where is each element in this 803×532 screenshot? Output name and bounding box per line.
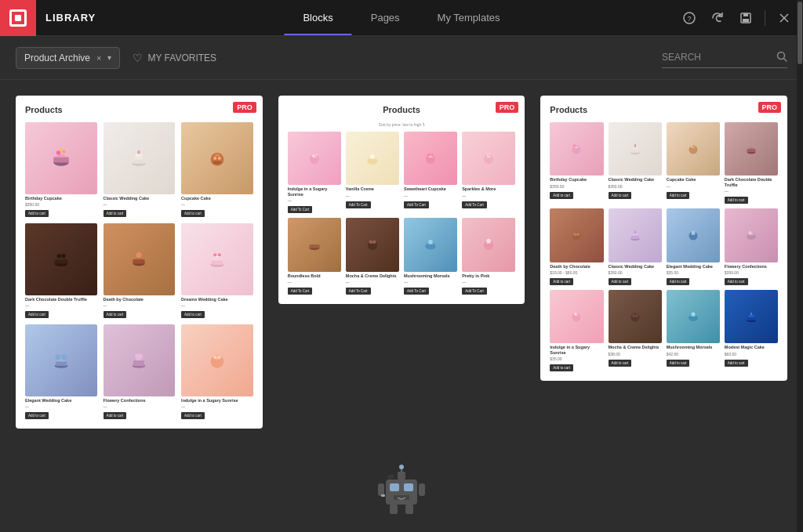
add-to-cart-btn[interactable]: Add to cart xyxy=(609,360,632,367)
svg-point-39 xyxy=(55,354,60,360)
add-to-cart-btn[interactable]: Add to cart xyxy=(725,278,748,285)
filter-arrow-icon[interactable]: ▾ xyxy=(107,53,111,62)
add-to-cart-btn[interactable]: Add to cart xyxy=(667,278,690,285)
product-price: — xyxy=(181,202,253,207)
tab-blocks[interactable]: Blocks xyxy=(284,0,351,35)
svg-point-13 xyxy=(60,149,62,151)
template-card-3[interactable]: PRO Products Birthday Cupcake $350.00 Ad… xyxy=(540,96,787,381)
add-to-cart-btn[interactable]: Add To Cart xyxy=(404,201,429,208)
product-image xyxy=(104,223,176,295)
add-to-cart-btn[interactable]: Add to cart xyxy=(667,192,690,199)
save-button[interactable] xyxy=(733,5,758,31)
search-icon[interactable] xyxy=(776,51,787,64)
add-to-cart-btn[interactable]: Add to cart xyxy=(104,412,127,419)
add-to-cart-btn[interactable]: Add to cart xyxy=(181,210,205,217)
svg-rect-17 xyxy=(136,154,142,156)
list-item: Classic Wedding Cake $350.00 Add to cart xyxy=(609,208,662,285)
add-to-cart-btn[interactable]: Add to cart xyxy=(609,278,632,285)
svg-rect-15 xyxy=(133,159,144,164)
tab-my-templates[interactable]: My Templates xyxy=(419,0,519,35)
svg-rect-31 xyxy=(212,260,223,265)
add-to-cart-btn[interactable]: Add To Cart xyxy=(288,288,313,295)
add-to-cart-btn[interactable]: Add to cart xyxy=(25,210,49,217)
svg-rect-113 xyxy=(387,474,394,480)
product-image xyxy=(609,290,662,343)
add-to-cart-btn[interactable]: Add to cart xyxy=(725,197,748,204)
add-to-cart-btn[interactable]: Add To Cart xyxy=(346,288,371,295)
svg-point-89 xyxy=(748,231,751,234)
add-to-cart-btn[interactable]: Add To Cart xyxy=(462,288,487,295)
svg-point-11 xyxy=(56,150,60,155)
template-card-2[interactable]: PRO Products Sort by price: low to high … xyxy=(278,96,525,304)
add-to-cart-btn[interactable]: Add to cart xyxy=(104,311,127,318)
product-image xyxy=(288,132,341,185)
product-price: — xyxy=(346,280,399,284)
pro-badge-1: PRO xyxy=(233,102,256,113)
list-item: Death by Chocolate $33.00 - $80.00 Add t… xyxy=(550,208,603,285)
product-image xyxy=(725,290,778,343)
scrollbar-thumb[interactable] xyxy=(798,2,802,64)
favorites-button[interactable]: ♡ MY FAVORITES xyxy=(133,52,216,64)
add-to-cart-btn[interactable]: Add to cart xyxy=(181,311,205,318)
add-to-cart-btn[interactable]: Add to cart xyxy=(550,364,573,371)
list-item: Pretty in Pink — Add To Cart xyxy=(462,218,515,295)
template-card-1[interactable]: PRO Products Birthday Cupcake $350.00 Ad… xyxy=(16,96,263,429)
svg-rect-110 xyxy=(390,505,398,514)
search-input[interactable] xyxy=(662,52,772,63)
add-to-cart-btn[interactable]: Add to cart xyxy=(104,210,127,217)
add-to-cart-btn[interactable]: Add To Cart xyxy=(346,201,371,208)
add-to-cart-btn[interactable]: Add to cart xyxy=(725,360,748,367)
close-button[interactable] xyxy=(772,5,797,31)
product-name: Dark Chocolate Double Truffle xyxy=(25,297,97,302)
product-price: $350.00 xyxy=(609,184,662,189)
add-to-cart-btn[interactable]: Add to cart xyxy=(181,412,205,419)
pro-badge-2: PRO xyxy=(496,102,519,113)
product-image xyxy=(667,208,720,262)
favorites-label: MY FAVORITES xyxy=(147,52,216,63)
product-name: Vanilla Creme xyxy=(346,186,399,192)
help-button[interactable]: ? xyxy=(677,5,702,31)
svg-rect-100 xyxy=(750,313,752,315)
add-to-cart-btn[interactable]: Add To Cart xyxy=(462,201,487,208)
svg-point-70 xyxy=(573,144,576,147)
filter-remove-icon[interactable]: × xyxy=(96,53,101,63)
add-to-cart-btn[interactable]: Add To Cart xyxy=(288,206,313,213)
svg-point-93 xyxy=(632,314,635,317)
svg-point-12 xyxy=(62,150,65,153)
list-item: Indulge in a Sugary Sunrise — Add To Car… xyxy=(288,132,341,213)
add-to-cart-btn[interactable]: Add to cart xyxy=(609,192,632,199)
card-title-1: Products xyxy=(25,105,253,114)
list-item: Elegant Wedding Cake — Add to cart xyxy=(25,324,97,419)
elementor-logo[interactable] xyxy=(0,0,36,36)
product-name: Cupcake Cake xyxy=(181,196,253,201)
scrollbar[interactable] xyxy=(797,0,803,532)
add-to-cart-btn[interactable]: Add to cart xyxy=(550,192,573,199)
product-price: $350.00 xyxy=(25,202,97,207)
add-to-cart-btn[interactable]: Add to cart xyxy=(550,278,573,285)
list-item: ✦ Sparkles & More — Add To Cart xyxy=(462,132,515,213)
product-price: — xyxy=(667,184,720,189)
svg-point-81 xyxy=(576,233,580,236)
filter-bar: Product Archive × ▾ ♡ MY FAVORITES xyxy=(0,36,803,80)
products-grid-1: Birthday Cupcake $350.00 Add to cart Cla… xyxy=(25,122,253,419)
filter-tag-label: Product Archive xyxy=(24,52,90,63)
add-to-cart-btn[interactable]: Add to cart xyxy=(667,360,690,367)
product-archive-filter[interactable]: Product Archive × ▾ xyxy=(16,47,120,69)
svg-rect-99 xyxy=(748,315,754,317)
svg-point-44 xyxy=(139,354,144,359)
sync-button[interactable] xyxy=(705,5,730,31)
add-to-cart-btn[interactable]: Add to cart xyxy=(25,311,49,318)
product-name: Dreams Wedding Cake xyxy=(181,297,253,302)
add-to-cart-btn[interactable]: Add to cart xyxy=(25,412,49,419)
svg-rect-4 xyxy=(743,19,749,22)
add-to-cart-btn[interactable]: Add To Cart xyxy=(404,288,429,295)
svg-point-25 xyxy=(56,254,61,259)
list-item: Boundless Bold — Add To Cart xyxy=(288,218,341,295)
tab-pages[interactable]: Pages xyxy=(352,0,419,35)
pro-badge-3: PRO xyxy=(758,102,782,113)
svg-point-45 xyxy=(210,355,223,368)
svg-rect-111 xyxy=(405,505,413,514)
product-image xyxy=(404,218,457,271)
product-price: — xyxy=(181,303,253,308)
bottom-section: Stay tuned! More awesome templates comin… xyxy=(16,429,787,532)
